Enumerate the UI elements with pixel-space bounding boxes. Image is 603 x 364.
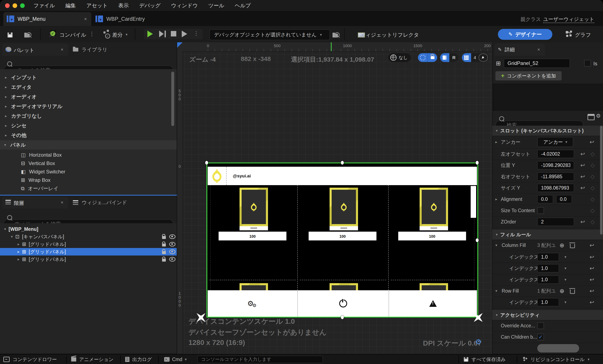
selection-outline-lock-pill[interactable] xyxy=(418,53,437,62)
lock-icon[interactable] xyxy=(162,251,166,254)
close-tab-icon[interactable]: × xyxy=(61,200,63,205)
tab-library[interactable]: ライブラリ xyxy=(70,44,116,56)
lock-toggle-icon[interactable] xyxy=(427,53,437,62)
palette-item-wrap-box[interactable]: ⊞Wrap Box xyxy=(0,176,169,185)
palette-item-overlay[interactable]: ⧉オーバーレイ xyxy=(0,184,169,193)
display-filter-icon[interactable] xyxy=(588,114,595,120)
menu-window[interactable]: ウィンドウ xyxy=(171,2,198,9)
grid-snap-icon[interactable] xyxy=(462,53,471,62)
bind-diamond-icon[interactable]: ◇ xyxy=(591,162,595,169)
resize-handle[interactable] xyxy=(341,161,344,164)
override-accessible-checkbox[interactable] xyxy=(537,322,544,329)
grid-snap-size-label[interactable]: 4 xyxy=(471,55,479,60)
lock-icon[interactable] xyxy=(162,236,166,239)
palette-category-input[interactable]: ▸インプット xyxy=(0,73,169,82)
palette-category-other[interactable]: ▸その他 xyxy=(0,131,169,140)
index-input[interactable] xyxy=(537,253,559,261)
card-entry[interactable] xyxy=(420,188,448,226)
bind-diamond-icon[interactable]: ◇ xyxy=(591,207,595,214)
bind-diamond-icon[interactable]: ◇ xyxy=(591,151,595,157)
reset-icon[interactable]: ↩ xyxy=(580,219,585,225)
reset-icon[interactable]: ↩ xyxy=(590,265,594,272)
parent-class-link[interactable]: ユーザーウィジェット xyxy=(543,16,594,23)
visibility-icon[interactable] xyxy=(169,249,175,254)
resize-handle[interactable] xyxy=(476,238,479,242)
tab-widget-bind[interactable]: ウィジェ...バインド xyxy=(70,197,133,209)
tab-wbp-cardentry[interactable]: ♥ WBP_CardEntry xyxy=(94,12,148,26)
reset-icon[interactable]: ↩ xyxy=(580,162,585,169)
palette-category-uncategorized[interactable]: ▸カテゴリなし xyxy=(0,111,169,121)
accessible-dropdown-clipped[interactable] xyxy=(537,344,579,352)
debug-browse-icon[interactable] xyxy=(333,31,338,39)
stop-button[interactable] xyxy=(171,31,176,36)
localization-preview-pill[interactable]: なし xyxy=(388,53,411,62)
palette-item-canvas-panel[interactable]: ⊡キャンバスパネル xyxy=(0,192,169,195)
palette-scrollbar[interactable] xyxy=(171,72,174,126)
tree-row-grid-panel-3[interactable]: ▸⊞ [グリッドパネル] xyxy=(0,256,177,263)
alignment-x-input[interactable] xyxy=(537,195,553,203)
palette-item-widget-switcher[interactable]: ◧Widget Switcher xyxy=(0,167,169,176)
reset-icon[interactable]: ↩ xyxy=(580,185,585,191)
revision-control-button[interactable]: リビジョンコントロール ▾ xyxy=(522,354,589,364)
dropdown-chevron-icon[interactable]: ▾ xyxy=(565,266,566,270)
lock-icon[interactable] xyxy=(162,259,166,262)
footer-cell-warning[interactable] xyxy=(389,290,477,317)
right-offset-input[interactable] xyxy=(537,172,574,181)
alignment-y-input[interactable] xyxy=(556,195,572,203)
reset-icon[interactable]: ↩ xyxy=(590,242,594,249)
r-toggle-label[interactable]: R xyxy=(449,55,459,60)
palette-category-audio-material[interactable]: ▸オーディオマテリアル xyxy=(0,102,169,111)
dropdown-chevron-icon[interactable]: ▾ xyxy=(565,277,566,282)
content-drawer-button[interactable]: コンテンツドロワー xyxy=(3,354,57,364)
left-offset-input[interactable] xyxy=(537,150,574,158)
traffic-zoom-button[interactable] xyxy=(20,3,25,8)
resize-handle[interactable] xyxy=(341,316,344,319)
menu-asset[interactable]: アセット xyxy=(86,2,108,9)
zorder-input[interactable] xyxy=(537,218,574,226)
close-tab-icon[interactable]: × xyxy=(84,16,87,22)
console-command-input[interactable] xyxy=(197,356,323,363)
bind-diamond-icon[interactable]: ◇ xyxy=(591,219,595,225)
browse-asset-icon[interactable] xyxy=(24,31,30,39)
animation-button[interactable]: アニメーション xyxy=(71,354,114,364)
diff-icon[interactable]: ✓ xyxy=(104,31,109,36)
compile-options-kebab-icon[interactable]: ⋮ xyxy=(89,31,95,37)
cursor-tool-icon[interactable] xyxy=(479,54,488,62)
play-button[interactable] xyxy=(147,31,153,37)
section-accessibility[interactable]: ▾アクセシビリティ xyxy=(492,310,603,320)
menu-view[interactable]: 表示 xyxy=(118,2,129,9)
index-input[interactable] xyxy=(537,264,559,272)
visibility-icon[interactable] xyxy=(169,257,175,262)
play-options-kebab-icon[interactable]: ⋮ xyxy=(194,30,199,37)
palette-item-horizontal-box[interactable]: ◫Horizontal Box xyxy=(0,150,169,160)
section-fill-rules[interactable]: ▾フィル ルール xyxy=(492,230,603,240)
details-settings-gear-icon[interactable]: ⚙ xyxy=(596,113,601,119)
reset-icon[interactable]: ↩ xyxy=(590,254,594,260)
index-input[interactable] xyxy=(537,298,559,306)
traffic-close-button[interactable] xyxy=(5,3,10,8)
tree-row-grid-panel-2-selected[interactable]: ▸⊞ [グリッドパネル] xyxy=(0,248,177,256)
card-entry[interactable] xyxy=(240,188,268,226)
reset-icon[interactable]: ↩ xyxy=(580,151,585,157)
cmd-dropdown[interactable]: >_ Cmd ▾ xyxy=(164,354,187,364)
palette-category-audio[interactable]: ▸オーディオ xyxy=(0,92,169,101)
is-variable-checkbox[interactable] xyxy=(584,60,591,67)
add-array-icon[interactable]: ⊕ xyxy=(559,288,564,294)
footer-cell-settings[interactable]: ⚙ ⚙ xyxy=(208,290,298,317)
save-icon[interactable] xyxy=(8,33,12,37)
bind-diamond-icon[interactable]: ◇ xyxy=(591,173,595,180)
reset-icon[interactable]: ↩ xyxy=(590,139,594,145)
output-log-button[interactable]: 出力ログ xyxy=(125,354,152,364)
index-input[interactable] xyxy=(537,275,559,284)
widget-name-input[interactable] xyxy=(504,59,570,68)
respect-locks-pill[interactable]: R xyxy=(440,53,459,62)
close-tab-icon[interactable]: × xyxy=(537,47,540,52)
lock-icon[interactable] xyxy=(162,244,166,247)
dashed-outline-icon[interactable] xyxy=(418,53,427,62)
debug-object-dropdown[interactable]: デバッグオブジェクトが選択されていません ▾ xyxy=(209,29,330,40)
resize-handle[interactable] xyxy=(476,161,479,164)
reset-icon[interactable]: ↩ xyxy=(580,173,585,180)
frame-skip-button[interactable] xyxy=(159,31,164,37)
menu-tools[interactable]: ツール xyxy=(208,2,224,9)
add-array-icon[interactable]: ⊕ xyxy=(559,242,564,249)
